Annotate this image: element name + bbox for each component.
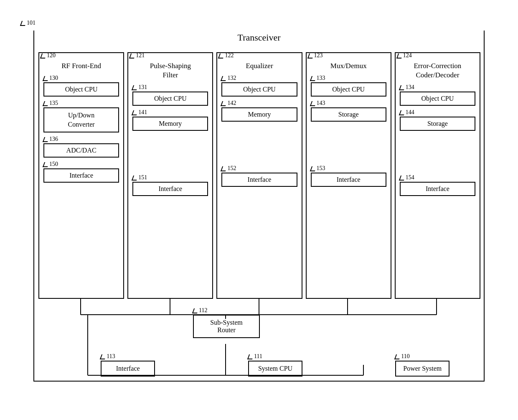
box-110: Power System — [395, 361, 449, 377]
box-142: Memory — [221, 107, 297, 122]
box-131: Object CPU — [132, 92, 208, 106]
box-133: Object CPU — [311, 82, 386, 97]
col-equalizer: 122 Equalizer 132 Object CPU 142 Memory … — [216, 52, 302, 299]
transceiver-box: Transceiver 120 RF Front-End 130 Object … — [33, 31, 485, 382]
box-134: Object CPU — [400, 92, 475, 106]
box-136: ADC/DAC — [43, 143, 119, 158]
box-132: Object CPU — [221, 82, 297, 97]
box-113: Interface — [101, 361, 155, 377]
box-144: Storage — [400, 117, 475, 131]
page: 101 Transceiver 120 RF Front-End 130 Obj… — [0, 0, 518, 420]
ref-122: 122 — [219, 52, 234, 59]
col4-title: Mux/Demux — [307, 59, 391, 72]
bottom-item-110: 110 Power System — [395, 353, 409, 361]
box-135: Up/DownConverter — [43, 107, 119, 133]
box-143: Storage — [311, 107, 386, 122]
box-150: Interface — [43, 168, 119, 183]
box-154: Interface — [400, 182, 475, 196]
ref-123: 123 — [308, 52, 323, 59]
col-pulse-shaping: 121 Pulse-ShapingFilter 131 Object CPU 1… — [127, 52, 213, 299]
box-141: Memory — [132, 117, 208, 131]
transceiver-label: Transceiver — [34, 31, 484, 45]
subsystem-router-box: Sub-SystemRouter — [193, 315, 260, 338]
box-151: Interface — [132, 182, 208, 196]
box-111: System CPU — [248, 361, 302, 377]
col2-title: Pulse-ShapingFilter — [128, 59, 212, 81]
col-rf-frontend: 120 RF Front-End 130 Object CPU 135 Up/D… — [38, 52, 124, 299]
subsystem-router-area: 112 Sub-SystemRouter — [193, 307, 207, 315]
col5-title: Error-CorrectionCoder/Decoder — [396, 59, 480, 81]
box-152: Interface — [221, 173, 297, 187]
bottom-item-113: 113 Interface — [101, 353, 115, 361]
columns-area: 120 RF Front-End 130 Object CPU 135 Up/D… — [38, 52, 480, 299]
col-error-correction: 124 Error-CorrectionCoder/Decoder 134 Ob… — [395, 52, 480, 299]
col-mux-demux: 123 Mux/Demux 133 Object CPU 143 Storage… — [306, 52, 391, 299]
col3-title: Equalizer — [217, 59, 301, 72]
box-130: Object CPU — [43, 82, 119, 97]
ref-121: 121 — [130, 52, 145, 59]
ref-120: 120 — [41, 52, 56, 59]
col1-title: RF Front-End — [39, 59, 123, 72]
ref-101: 101 — [21, 18, 36, 27]
bottom-item-111: 111 System CPU — [248, 353, 262, 361]
bottom-boxes-row: 113 Interface 111 System CPU 110 Power S… — [34, 353, 476, 361]
box-153: Interface — [311, 173, 386, 187]
ref-124: 124 — [397, 52, 412, 59]
diagram-container: 101 Transceiver 120 RF Front-End 130 Obj… — [21, 18, 497, 402]
